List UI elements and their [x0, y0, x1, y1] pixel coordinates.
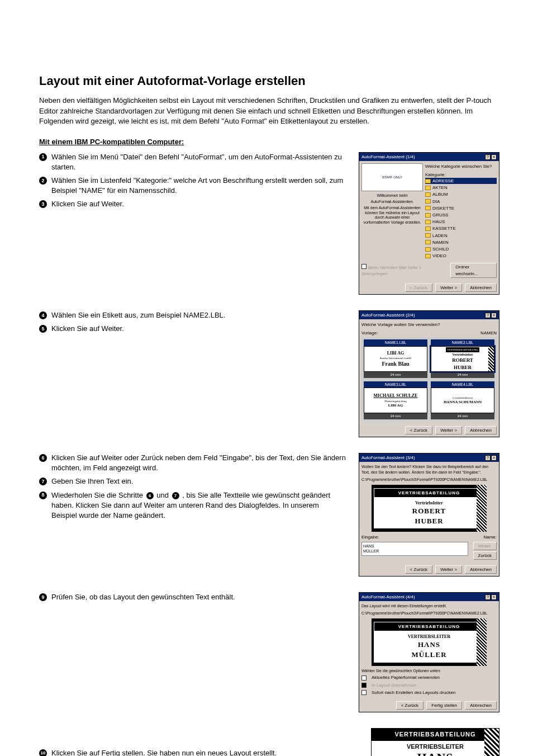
- step-5: Klicken Sie auf Weiter.: [51, 324, 346, 334]
- template3-size: 24 mm: [364, 413, 427, 419]
- final-label-preview: VERTRIEBSABTEILUNG VERTRIEBSLEITER HANS …: [371, 728, 499, 756]
- step-marker-10: 10: [39, 749, 47, 756]
- step-2: Wählen Sie im Listenfeld "Kategorie:" we…: [51, 176, 346, 196]
- step-marker-5: 5: [39, 325, 47, 333]
- field-next-button[interactable]: Weiter: [473, 542, 497, 550]
- hatch-decoration: [484, 729, 499, 756]
- step-4: Wählen Sie ein Etikett aus, zum Beispiel…: [51, 310, 346, 320]
- step-marker-9: 9: [39, 593, 47, 601]
- cancel-button[interactable]: Abbrechen: [465, 565, 497, 574]
- dialog1-question: Welche Kategorie wünschen Sie?: [425, 163, 497, 169]
- checkbox-opt2[interactable]: [361, 683, 367, 688]
- dialog1-title: AutoFormat-Assistent (1/4): [361, 154, 415, 160]
- dialog2-window-buttons[interactable]: ?×: [484, 312, 497, 318]
- dialog3-preview: VERTRIEBSABTEILUNG Vertriebsleiter ROBER…: [372, 485, 487, 532]
- dialog-step3: AutoFormat-Assistent (3/4) ?× Wollen Sie…: [359, 453, 499, 577]
- final-dept: VERTRIEBSABTEILUNG: [372, 729, 499, 740]
- template4[interactable]: Geschäftsführerin HANNA SCHUMANN: [431, 388, 494, 413]
- step-1: Wählen Sie im Menü "Datei" den Befehl "A…: [51, 152, 346, 172]
- back-button: < Zurück: [405, 284, 432, 292]
- cancel-button[interactable]: Abbrechen: [465, 426, 497, 434]
- next-button[interactable]: Weiter >: [435, 565, 462, 574]
- step-6: Klicken Sie auf Weiter oder Zurück neben…: [51, 453, 346, 473]
- close-icon[interactable]: ×: [491, 154, 497, 160]
- next-button[interactable]: Weiter >: [435, 284, 462, 292]
- category-item[interactable]: LADEN: [432, 233, 448, 239]
- dialog3-path: C:\Programme\brother\Ptouch3\Format\PT92…: [361, 477, 497, 483]
- step-marker-7: 7: [39, 478, 47, 485]
- folder-icon: [425, 213, 431, 218]
- category-item[interactable]: NAMEN: [432, 239, 449, 245]
- dialog1-category-label: Kategorie:: [425, 172, 497, 178]
- back-button[interactable]: < Zurück: [405, 565, 432, 574]
- checkbox-opt3[interactable]: [361, 690, 367, 695]
- step-marker-6: 6: [39, 454, 47, 462]
- category-item[interactable]: SCHILD: [432, 246, 449, 252]
- next-button[interactable]: Weiter >: [435, 426, 462, 434]
- category-item[interactable]: DISKETTE: [432, 205, 454, 211]
- options-header: Wählen Sie die gewünschten Optionen unte…: [361, 668, 497, 674]
- category-item[interactable]: HAUS: [432, 219, 445, 225]
- dialog-step2: AutoFormat-Assistent (2/4) ?× Welche Vor…: [359, 310, 499, 437]
- dialog3-title: AutoFormat-Assistent (3/4): [361, 455, 415, 461]
- help-icon[interactable]: ?: [485, 455, 491, 461]
- category-item[interactable]: DIA: [432, 199, 440, 205]
- dialog1-window-buttons[interactable]: ?×: [484, 154, 497, 160]
- intro-paragraph: Neben den vielfältigen Möglichkeiten sel…: [39, 96, 499, 127]
- category-item[interactable]: VIDEO: [432, 253, 446, 259]
- dialog-step1: AutoFormat-Assistent (1/4) ?× STAFF ONLY…: [359, 152, 499, 295]
- change-folder-button[interactable]: Ordner wechseln...: [450, 263, 497, 277]
- dialog4-window-buttons[interactable]: ?×: [484, 594, 497, 600]
- help-icon[interactable]: ?: [485, 154, 491, 160]
- category-item[interactable]: KASSETTE: [432, 225, 456, 231]
- dialog2-title: AutoFormat-Assistent (2/4): [361, 312, 415, 318]
- opt3-label: Sofort nach Erstellen des Layouts drucke…: [372, 689, 455, 696]
- help-icon[interactable]: ?: [485, 313, 491, 318]
- skip-checkbox[interactable]: [361, 264, 367, 269]
- name-label: Name:: [483, 534, 497, 540]
- category-item[interactable]: GRUSS: [432, 212, 448, 218]
- category-item[interactable]: ALBUM: [432, 191, 448, 197]
- close-icon[interactable]: ×: [491, 594, 497, 600]
- eingabe-field[interactable]: HANS MÜLLER: [361, 542, 468, 556]
- close-icon[interactable]: ×: [491, 313, 497, 318]
- template1-size: 24 mm: [364, 372, 427, 377]
- dialog2-question: Welche Vorlage wollen Sie verwenden?: [361, 322, 497, 328]
- folder-icon: [425, 226, 431, 231]
- template2[interactable]: VERTRIEBSABTEILUNG Vertriebsleiter ROBER…: [431, 346, 494, 372]
- help-icon[interactable]: ?: [485, 594, 491, 600]
- step-8: Wiederholen Sie die Schritte 6 und 7 , b…: [51, 490, 346, 521]
- checkbox-opt1[interactable]: [361, 675, 367, 681]
- final-role: VERTRIEBSLEITER: [372, 741, 499, 751]
- dialog4-preview: VERTRIEBSABTEILUNG VERTRIEBSLEITER HANS …: [372, 618, 487, 666]
- inline-ref-6: 6: [146, 492, 154, 499]
- folder-icon: [425, 240, 431, 244]
- folder-icon: [425, 186, 431, 190]
- dialog-step4: AutoFormat-Assistent (4/4) ?× Das Layout…: [359, 592, 499, 712]
- category-item[interactable]: ADRESSE: [432, 178, 454, 184]
- folder-icon: [425, 254, 431, 258]
- inline-ref-7: 7: [172, 492, 179, 499]
- template3[interactable]: MICHAEL SCHULZE Marketingabteilung LIBI …: [364, 388, 427, 413]
- opt2-label: In Layout übernehmen: [372, 682, 416, 688]
- back-button[interactable]: < Zurück: [405, 426, 432, 434]
- cancel-button[interactable]: Abbrechen: [465, 701, 497, 710]
- category-list[interactable]: ADRESSE AKTEN ALBUM DIA DISKETTE GRUSS H…: [425, 178, 497, 259]
- template2-size: 24 mm: [431, 372, 494, 377]
- dialog2-vorlage-label: Vorlage:: [361, 330, 378, 336]
- close-icon[interactable]: ×: [491, 455, 497, 461]
- template1[interactable]: LIBI AG Brother International GmbH Frank…: [364, 346, 427, 372]
- step-marker-2: 2: [39, 177, 47, 185]
- eingabe-label: Eingabe:: [361, 534, 379, 540]
- step-7: Geben Sie Ihren Text ein.: [51, 476, 346, 486]
- step-marker-1: 1: [39, 153, 47, 161]
- dialog1-welcome3: Mit dem AutoFormat-Assistenten können Si…: [361, 206, 423, 225]
- field-back-button[interactable]: Zurück: [473, 551, 497, 560]
- category-item[interactable]: AKTEN: [432, 185, 448, 191]
- finish-button[interactable]: Fertig stellen: [426, 701, 462, 710]
- step-marker-4: 4: [39, 311, 47, 319]
- dialog3-window-buttons[interactable]: ?×: [484, 455, 497, 461]
- template4-label: NAME4.LBL: [431, 381, 494, 388]
- back-button[interactable]: < Zurück: [396, 701, 423, 710]
- cancel-button[interactable]: Abbrechen: [465, 284, 497, 292]
